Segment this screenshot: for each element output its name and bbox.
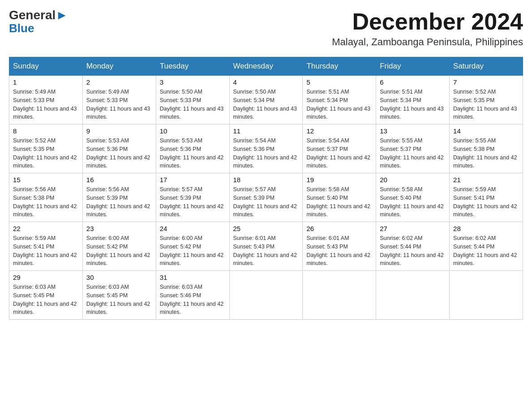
- day-info: Sunrise: 5:57 AMSunset: 5:39 PMDaylight:…: [160, 185, 226, 219]
- day-info: Sunrise: 5:58 AMSunset: 5:40 PMDaylight:…: [380, 185, 446, 219]
- day-info: Sunrise: 6:02 AMSunset: 5:44 PMDaylight:…: [453, 234, 519, 268]
- calendar-cell: 24Sunrise: 6:00 AMSunset: 5:42 PMDayligh…: [156, 222, 229, 271]
- calendar-week-row: 15Sunrise: 5:56 AMSunset: 5:38 PMDayligh…: [9, 173, 523, 222]
- day-number: 16: [86, 176, 152, 184]
- weekday-header-tuesday: Tuesday: [156, 57, 229, 76]
- day-info: Sunrise: 5:56 AMSunset: 5:38 PMDaylight:…: [13, 185, 79, 219]
- weekday-header-thursday: Thursday: [303, 57, 376, 76]
- calendar-cell: 20Sunrise: 5:58 AMSunset: 5:40 PMDayligh…: [376, 173, 450, 222]
- calendar-cell: 27Sunrise: 6:02 AMSunset: 5:44 PMDayligh…: [376, 222, 450, 271]
- calendar-cell: 29Sunrise: 6:03 AMSunset: 5:45 PMDayligh…: [9, 271, 83, 320]
- page-header: General► Blue December 2024 Malayal, Zam…: [9, 9, 523, 48]
- day-info: Sunrise: 5:52 AMSunset: 5:35 PMDaylight:…: [13, 137, 79, 170]
- day-number: 15: [13, 176, 79, 184]
- day-number: 20: [380, 176, 446, 184]
- day-info: Sunrise: 6:03 AMSunset: 5:46 PMDaylight:…: [160, 283, 226, 317]
- day-number: 8: [13, 127, 79, 135]
- day-number: 6: [380, 78, 446, 86]
- weekday-header-saturday: Saturday: [450, 57, 523, 76]
- calendar-week-row: 1Sunrise: 5:49 AMSunset: 5:33 PMDaylight…: [9, 76, 523, 124]
- calendar-cell: 15Sunrise: 5:56 AMSunset: 5:38 PMDayligh…: [9, 173, 83, 222]
- day-number: 4: [233, 78, 299, 86]
- calendar-cell: 30Sunrise: 6:03 AMSunset: 5:45 PMDayligh…: [82, 271, 156, 320]
- calendar-cell: 2Sunrise: 5:49 AMSunset: 5:33 PMDaylight…: [82, 76, 156, 124]
- calendar-cell: 21Sunrise: 5:59 AMSunset: 5:41 PMDayligh…: [450, 173, 523, 222]
- calendar-cell: 3Sunrise: 5:50 AMSunset: 5:33 PMDaylight…: [156, 76, 229, 124]
- day-info: Sunrise: 5:58 AMSunset: 5:40 PMDaylight:…: [306, 185, 372, 219]
- day-info: Sunrise: 5:54 AMSunset: 5:37 PMDaylight:…: [306, 137, 372, 170]
- day-number: 31: [160, 274, 226, 281]
- day-number: 2: [86, 78, 152, 86]
- calendar-cell: 8Sunrise: 5:52 AMSunset: 5:35 PMDaylight…: [9, 124, 83, 173]
- day-info: Sunrise: 5:50 AMSunset: 5:33 PMDaylight:…: [160, 88, 226, 121]
- calendar-cell: 26Sunrise: 6:01 AMSunset: 5:43 PMDayligh…: [303, 222, 376, 271]
- day-number: 9: [86, 127, 152, 135]
- day-number: 18: [233, 176, 299, 184]
- day-number: 3: [160, 78, 226, 86]
- calendar-cell: 4Sunrise: 5:50 AMSunset: 5:34 PMDaylight…: [229, 76, 303, 124]
- logo-top: General►: [9, 9, 68, 21]
- calendar-cell: [229, 271, 303, 320]
- day-number: 29: [13, 274, 79, 281]
- day-info: Sunrise: 5:51 AMSunset: 5:34 PMDaylight:…: [380, 88, 446, 121]
- day-info: Sunrise: 5:51 AMSunset: 5:34 PMDaylight:…: [306, 88, 372, 121]
- logo: General► Blue: [9, 9, 68, 34]
- location-title: Malayal, Zamboanga Peninsula, Philippine…: [332, 36, 523, 48]
- day-info: Sunrise: 6:03 AMSunset: 5:45 PMDaylight:…: [86, 283, 152, 317]
- day-info: Sunrise: 5:49 AMSunset: 5:33 PMDaylight:…: [86, 88, 152, 121]
- calendar-cell: [450, 271, 523, 320]
- calendar-cell: 22Sunrise: 5:59 AMSunset: 5:41 PMDayligh…: [9, 222, 83, 271]
- day-number: 26: [306, 225, 372, 232]
- day-number: 24: [160, 225, 226, 232]
- day-info: Sunrise: 6:01 AMSunset: 5:43 PMDaylight:…: [233, 234, 299, 268]
- day-info: Sunrise: 6:00 AMSunset: 5:42 PMDaylight:…: [86, 234, 152, 268]
- day-number: 19: [306, 176, 372, 184]
- day-info: Sunrise: 6:01 AMSunset: 5:43 PMDaylight:…: [306, 234, 372, 268]
- calendar-cell: 25Sunrise: 6:01 AMSunset: 5:43 PMDayligh…: [229, 222, 303, 271]
- day-number: 30: [86, 274, 152, 281]
- day-info: Sunrise: 5:59 AMSunset: 5:41 PMDaylight:…: [453, 185, 519, 219]
- calendar-week-row: 22Sunrise: 5:59 AMSunset: 5:41 PMDayligh…: [9, 222, 523, 271]
- day-number: 12: [306, 127, 372, 135]
- calendar-cell: 5Sunrise: 5:51 AMSunset: 5:34 PMDaylight…: [303, 76, 376, 124]
- calendar-cell: 31Sunrise: 6:03 AMSunset: 5:46 PMDayligh…: [156, 271, 229, 320]
- logo-blue-text: Blue: [9, 22, 34, 34]
- day-number: 1: [13, 78, 79, 86]
- title-section: December 2024 Malayal, Zamboanga Peninsu…: [332, 9, 523, 48]
- day-number: 11: [233, 127, 299, 135]
- calendar-cell: 13Sunrise: 5:55 AMSunset: 5:37 PMDayligh…: [376, 124, 450, 173]
- calendar-week-row: 29Sunrise: 6:03 AMSunset: 5:45 PMDayligh…: [9, 271, 523, 320]
- calendar-cell: 7Sunrise: 5:52 AMSunset: 5:35 PMDaylight…: [450, 76, 523, 124]
- calendar-cell: 19Sunrise: 5:58 AMSunset: 5:40 PMDayligh…: [303, 173, 376, 222]
- calendar-cell: 16Sunrise: 5:56 AMSunset: 5:39 PMDayligh…: [82, 173, 156, 222]
- day-number: 7: [453, 78, 519, 86]
- day-number: 14: [453, 127, 519, 135]
- day-number: 5: [306, 78, 372, 86]
- calendar-cell: 14Sunrise: 5:55 AMSunset: 5:38 PMDayligh…: [450, 124, 523, 173]
- day-info: Sunrise: 5:55 AMSunset: 5:37 PMDaylight:…: [380, 137, 446, 170]
- day-number: 10: [160, 127, 226, 135]
- weekday-header-monday: Monday: [82, 57, 156, 76]
- day-info: Sunrise: 5:52 AMSunset: 5:35 PMDaylight:…: [453, 88, 519, 121]
- calendar-table: SundayMondayTuesdayWednesdayThursdayFrid…: [9, 57, 523, 320]
- month-title: December 2024: [332, 9, 523, 34]
- calendar-week-row: 8Sunrise: 5:52 AMSunset: 5:35 PMDaylight…: [9, 124, 523, 173]
- calendar-cell: 28Sunrise: 6:02 AMSunset: 5:44 PMDayligh…: [450, 222, 523, 271]
- day-info: Sunrise: 5:50 AMSunset: 5:34 PMDaylight:…: [233, 88, 299, 121]
- calendar-cell: 23Sunrise: 6:00 AMSunset: 5:42 PMDayligh…: [82, 222, 156, 271]
- day-info: Sunrise: 5:53 AMSunset: 5:36 PMDaylight:…: [160, 137, 226, 170]
- calendar-cell: 17Sunrise: 5:57 AMSunset: 5:39 PMDayligh…: [156, 173, 229, 222]
- day-number: 25: [233, 225, 299, 232]
- day-info: Sunrise: 5:57 AMSunset: 5:39 PMDaylight:…: [233, 185, 299, 219]
- day-number: 17: [160, 176, 226, 184]
- weekday-header-friday: Friday: [376, 57, 450, 76]
- weekday-header-row: SundayMondayTuesdayWednesdayThursdayFrid…: [9, 57, 523, 76]
- calendar-cell: 1Sunrise: 5:49 AMSunset: 5:33 PMDaylight…: [9, 76, 83, 124]
- day-number: 21: [453, 176, 519, 184]
- day-info: Sunrise: 6:03 AMSunset: 5:45 PMDaylight:…: [13, 283, 79, 317]
- logo-arrow-icon: ►: [56, 9, 68, 21]
- day-number: 13: [380, 127, 446, 135]
- calendar-cell: 18Sunrise: 5:57 AMSunset: 5:39 PMDayligh…: [229, 173, 303, 222]
- day-info: Sunrise: 5:54 AMSunset: 5:36 PMDaylight:…: [233, 137, 299, 170]
- day-info: Sunrise: 6:02 AMSunset: 5:44 PMDaylight:…: [380, 234, 446, 268]
